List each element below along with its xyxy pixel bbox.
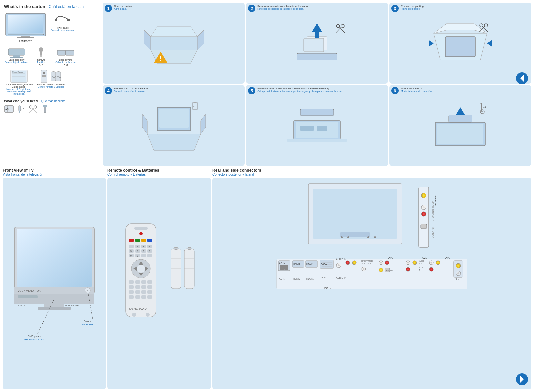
svg-rect-119: [135, 239, 140, 242]
svg-marker-72: [142, 114, 147, 134]
step-6-panel: 6 Mount base into TV Monte la base en la…: [389, 85, 531, 166]
step-6-text-es: Monte la base en la televisión: [401, 90, 529, 92]
step-2-text-en: Remove accessories and base from the car…: [257, 5, 385, 8]
svg-text:AV2: AV2: [445, 256, 450, 259]
svg-line-60: [339, 27, 345, 33]
svg-text:AUDIO: AUDIO: [419, 260, 424, 262]
svg-rect-64: [445, 37, 475, 57]
svg-rect-8: [67, 19, 70, 21]
svg-rect-141: [147, 254, 152, 257]
svg-text:IN →: IN →: [419, 262, 422, 264]
svg-marker-87: [455, 107, 465, 116]
svg-text:IN →: IN →: [419, 269, 422, 271]
step-2-text-es: Retire los accesorios de la base y de la…: [257, 8, 385, 10]
svg-rect-38: [19, 111, 20, 113]
svg-point-255: [431, 269, 432, 270]
nav-back-arrow[interactable]: [515, 72, 529, 86]
svg-point-260: [457, 265, 459, 267]
svg-rect-159: [135, 290, 140, 294]
svg-text:5: 5: [130, 250, 132, 252]
svg-text:1: 1: [130, 245, 132, 248]
screws-en: Screws: [37, 59, 45, 61]
svg-marker-48: [144, 30, 151, 50]
step-4-text-es: Saque la televisión de la caja.: [114, 90, 242, 92]
step-3-text-es: Retire el embalaje.: [401, 8, 529, 10]
svg-text:2: 2: [137, 245, 138, 248]
svg-rect-176: [187, 248, 192, 249]
step-3-panel: 3 Remove the packing Retire el embalaje.: [389, 3, 531, 84]
step-6-text-en: Mount base into TV: [401, 87, 529, 90]
svg-rect-108: [38, 307, 71, 310]
front-view-title-en: Front view of TV: [3, 168, 106, 173]
tv-illustration: 26MD357B: [4, 12, 47, 43]
svg-rect-99: [17, 229, 92, 287]
svg-marker-73: [201, 114, 206, 134]
svg-rect-201: [280, 265, 284, 270]
remote-item: AAA AAA Remote control & Batteries Contr…: [36, 68, 66, 95]
svg-point-223: [354, 262, 355, 264]
svg-rect-104: [18, 295, 38, 298]
bottom-section: Front view of TV Vista frontal de la tel…: [3, 168, 531, 389]
top-section: What's in the carton Cuál está en la caj…: [3, 3, 531, 166]
svg-text:x2: x2: [21, 108, 24, 110]
svg-rect-79: [287, 139, 347, 142]
screws-es: Tornillos: [37, 61, 45, 63]
power-cable-label-en: Power cable: [56, 27, 69, 29]
model-number: 26MD357B: [4, 40, 47, 43]
svg-text:AUDIO: AUDIO: [419, 267, 424, 269]
scissors-icon: [28, 104, 38, 114]
svg-point-41: [34, 106, 37, 108]
svg-marker-14: [39, 48, 43, 57]
svg-rect-77: [194, 102, 196, 103]
svg-point-183: [347, 236, 349, 238]
svg-text:MAGNAVOX: MAGNAVOX: [129, 308, 147, 311]
svg-point-242: [407, 262, 409, 264]
svg-text:HDMI2: HDMI2: [293, 263, 300, 265]
svg-text:!: !: [160, 55, 162, 62]
nav-forward-arrow[interactable]: [515, 373, 529, 387]
step-5-illustration: [249, 94, 385, 161]
svg-rect-29: [53, 71, 54, 72]
svg-text:Reproductor DVD: Reproductor DVD: [24, 338, 45, 341]
svg-text:AC: AC: [5, 108, 9, 110]
svg-text:EJECT: EJECT: [18, 304, 25, 307]
manual-item: User's Manual User's Manual & Quick Use …: [4, 68, 34, 95]
svg-text:S-VIDEO: S-VIDEO: [386, 269, 393, 271]
svg-marker-66: [429, 40, 434, 47]
base-covers-es: Cubierta de la base: [55, 61, 76, 63]
svg-rect-116: [134, 227, 148, 230]
svg-text:PC IN: PC IN: [324, 287, 332, 290]
svg-text:SIDE AV: SIDE AV: [434, 195, 437, 206]
front-view-title-es: Vista frontal de la televisión: [3, 173, 106, 176]
svg-point-190: [423, 206, 425, 208]
svg-text:VOL  +  MENU  –  OK  +: VOL + MENU – OK +: [18, 289, 43, 292]
remote-title-en: Remote control & Batteries: [107, 168, 211, 173]
step-5-text-es: Coloque la televisión sobre una superfic…: [257, 90, 385, 92]
svg-point-235: [386, 262, 388, 264]
svg-rect-151: [135, 280, 140, 284]
svg-rect-16: [66, 50, 74, 55]
step-4-text-en: Remove the TV from the carton.: [114, 87, 242, 90]
svg-point-227: [363, 268, 365, 270]
svg-rect-45: [43, 105, 47, 107]
svg-text:7: 7: [143, 250, 144, 252]
step-1-text-en: Open the carton.: [114, 5, 242, 8]
svg-text:AAA: AAA: [52, 76, 56, 78]
svg-rect-11: [10, 57, 23, 58]
base-covers-en: Base covers: [59, 59, 72, 61]
svg-point-246: [414, 262, 416, 264]
svg-rect-37: [19, 106, 21, 111]
svg-point-221: [347, 262, 349, 264]
svg-rect-161: [147, 290, 152, 294]
svg-marker-71: [147, 134, 201, 151]
svg-text:OUT: OUT: [361, 263, 365, 265]
svg-rect-31: [58, 71, 59, 72]
svg-point-192: [423, 213, 425, 215]
base-assembly-es: Ensamblaje de la base: [5, 61, 28, 63]
svg-rect-153: [147, 280, 152, 284]
svg-text:AUDIO IN: AUDIO IN: [336, 277, 346, 279]
step-5-number: 5: [248, 87, 255, 94]
step-3-illustration: [392, 11, 529, 78]
svg-rect-120: [141, 239, 146, 242]
svg-point-237: [380, 269, 382, 271]
